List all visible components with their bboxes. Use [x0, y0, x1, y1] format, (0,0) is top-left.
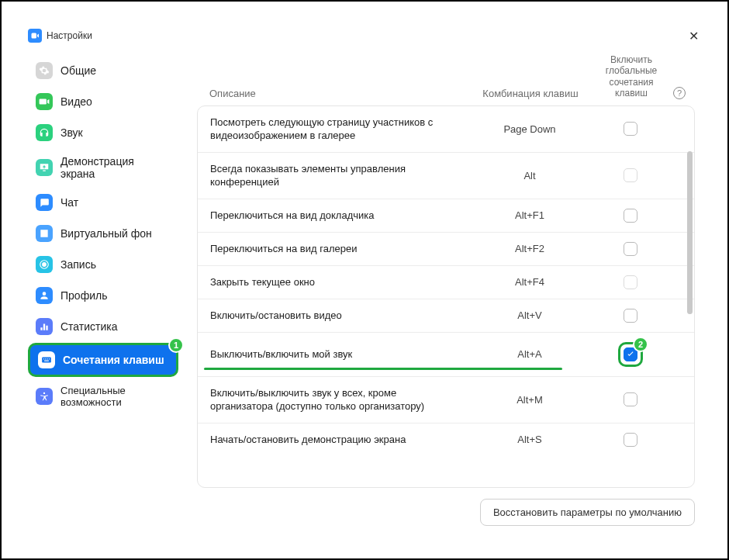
sidebar-item-share-screen[interactable]: Демонстрация экрана: [28, 149, 178, 186]
row-shortcut[interactable]: Alt+F2: [468, 243, 592, 254]
global-checkbox[interactable]: [624, 433, 637, 447]
row-shortcut[interactable]: Alt+F1: [468, 209, 592, 221]
row-description: Выключить/включить мой звук: [204, 347, 468, 361]
restore-defaults-button[interactable]: Восстановить параметры по умолчанию: [480, 499, 695, 526]
global-checkbox: [624, 275, 637, 289]
svg-rect-5: [47, 358, 48, 359]
stats-icon: [36, 318, 53, 335]
global-checkbox[interactable]: [624, 122, 637, 136]
shortcuts-list: Посмотреть следующую страницу участников…: [197, 105, 695, 488]
svg-rect-6: [49, 358, 50, 359]
accessibility-icon: [36, 388, 53, 405]
sidebar-item-label: Виртуальный фон: [60, 227, 152, 240]
sidebar-item-label: Видео: [60, 95, 92, 108]
sidebar-item-label: Сочетания клавиш: [63, 354, 164, 366]
titlebar: Настройки ✕: [22, 25, 707, 47]
sidebar-item-chat[interactable]: Чат: [28, 188, 178, 217]
row-description: Переключиться на вид докладчика: [204, 209, 468, 223]
sidebar-item-recording[interactable]: Запись: [28, 250, 178, 279]
highlighted-checkbox-wrap: 2: [618, 342, 643, 367]
row-description: Включить/остановить видео: [204, 309, 468, 323]
global-checkbox[interactable]: [624, 392, 637, 406]
sidebar-item-label: Запись: [60, 258, 96, 271]
table-row: Посмотреть следующую страницу участников…: [198, 106, 694, 153]
sidebar: Общие Видео Звук Демонстрация экрана Чат…: [22, 47, 185, 538]
settings-window: Настройки ✕ Общие Видео Звук Демонстраци…: [22, 25, 707, 538]
table-row: Выключить/включить мой звук Alt+A 2: [198, 333, 694, 377]
footer: Восстановить параметры по умолчанию: [197, 488, 695, 526]
annotation-badge-1: 1: [168, 337, 184, 353]
table-row: Включить/выключить звук у всех, кроме ор…: [198, 377, 694, 423]
row-description: Начать/остановить демонстрацию экрана: [204, 433, 468, 447]
video-icon: [36, 93, 53, 110]
header-global: Включить глобальные сочетания клавиш: [593, 54, 670, 99]
record-icon: [36, 256, 53, 273]
sidebar-item-label: Чат: [60, 196, 78, 209]
svg-rect-7: [44, 361, 49, 361]
sidebar-item-shortcuts[interactable]: Сочетания клавиш 1: [28, 343, 178, 377]
row-description: Посмотреть следующую страницу участников…: [204, 116, 468, 143]
table-row: Начать/остановить демонстрацию экрана Al…: [198, 423, 694, 456]
close-button[interactable]: ✕: [686, 28, 701, 43]
row-shortcut[interactable]: Alt+S: [468, 434, 592, 445]
sidebar-item-label: Статистика: [60, 320, 118, 333]
profile-icon: [36, 287, 53, 304]
svg-rect-4: [45, 358, 46, 359]
row-shortcut[interactable]: Alt+F4: [468, 276, 592, 288]
table-row: Всегда показывать элементы управления ко…: [198, 153, 694, 199]
sidebar-item-label: Специальные возможности: [60, 385, 126, 408]
global-checkbox[interactable]: [624, 242, 637, 256]
share-screen-icon: [36, 159, 53, 176]
row-description: Закрыть текущее окно: [204, 275, 468, 289]
sidebar-item-audio[interactable]: Звук: [28, 118, 178, 147]
window-title: Настройки: [47, 30, 92, 41]
row-description: Включить/выключить звук у всех, кроме ор…: [204, 386, 468, 413]
sidebar-item-label: Общие: [60, 64, 96, 77]
headphones-icon: [36, 124, 53, 141]
row-shortcut[interactable]: Alt+A: [468, 348, 592, 360]
row-shortcut[interactable]: Alt: [468, 170, 592, 181]
svg-rect-2: [42, 358, 51, 363]
sidebar-item-video[interactable]: Видео: [28, 87, 178, 116]
sidebar-item-general[interactable]: Общие: [28, 56, 178, 85]
sidebar-item-profile[interactable]: Профиль: [28, 281, 178, 310]
svg-point-8: [43, 392, 45, 394]
row-description: Переключиться на вид галереи: [204, 242, 468, 256]
svg-point-0: [42, 262, 47, 267]
help-icon[interactable]: ?: [673, 87, 686, 99]
zoom-app-icon: [28, 29, 42, 43]
row-shortcut[interactable]: Page Down: [468, 123, 592, 135]
svg-rect-3: [43, 358, 44, 359]
sidebar-item-label: Демонстрация экрана: [60, 155, 171, 180]
table-row: Переключиться на вид галереи Alt+F2: [198, 233, 694, 266]
table-row: Переключиться на вид докладчика Alt+F1: [198, 199, 694, 233]
chat-icon: [36, 194, 53, 211]
sidebar-item-virtual-background[interactable]: Виртуальный фон: [28, 219, 178, 248]
header-shortcut: Комбинация клавиш: [468, 88, 593, 99]
scrollbar[interactable]: [687, 151, 693, 314]
sidebar-item-label: Профиль: [60, 289, 107, 302]
global-checkbox[interactable]: [624, 209, 637, 223]
sidebar-item-label: Звук: [60, 126, 83, 139]
gear-icon: [36, 62, 53, 79]
header-description: Описание: [203, 88, 468, 99]
annotation-badge-2: 2: [633, 337, 648, 352]
main-pane: Описание Комбинация клавиш Включить глоб…: [185, 47, 707, 538]
virtual-bg-icon: [36, 225, 53, 242]
table-row: Включить/остановить видео Alt+V: [198, 299, 694, 333]
row-description: Всегда показывать элементы управления ко…: [204, 162, 468, 189]
global-checkbox[interactable]: [624, 309, 637, 323]
sidebar-item-statistics[interactable]: Статистика: [28, 312, 178, 341]
annotation-underline: [204, 368, 562, 370]
table-header: Описание Комбинация клавиш Включить глоб…: [197, 54, 695, 105]
row-shortcut[interactable]: Alt+M: [468, 394, 592, 406]
sidebar-item-accessibility[interactable]: Специальные возможности: [28, 379, 178, 414]
global-checkbox: [624, 168, 637, 182]
table-row: Закрыть текущее окно Alt+F4: [198, 266, 694, 299]
keyboard-icon: [38, 351, 55, 368]
row-shortcut[interactable]: Alt+V: [468, 309, 592, 321]
